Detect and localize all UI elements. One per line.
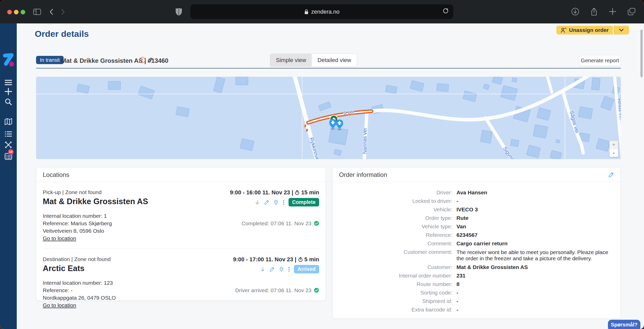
app-sidebar: 10 MO [0,23,17,329]
address-bar[interactable]: zendera.no [190,4,453,19]
order-info-rows: Driver:Ava HansenLocked to driver:-Vehic… [333,182,621,313]
map[interactable]: RykkinnveienNannas veis veiSigyns veiSåg… [36,77,621,159]
map-building [480,130,492,143]
map-building [512,78,517,82]
minimize-window-button[interactable] [14,10,19,14]
status-badge: Arrived [294,265,319,273]
driver-arrived-timestamp: Driver arrived: 07:06 11. Nov 23 [235,287,311,294]
header-divider [36,68,621,68]
order-info-value: Van [456,224,614,229]
location-name: Mat & Drikke Grossisten AS [43,197,148,206]
search-icon[interactable] [4,98,12,106]
list-icon[interactable] [4,130,12,138]
add-icon[interactable] [4,88,12,96]
unassign-order-button[interactable]: Unassign order [556,26,629,34]
map-building [533,125,548,138]
person-minus-icon [561,27,567,33]
browser-chrome: zendera.no [0,0,644,23]
order-info-value: Ava Hansen [456,190,614,195]
map-building [556,140,560,143]
move-down-icon[interactable] [255,200,260,205]
more-options-icon[interactable] [283,200,285,205]
url-text: zendera.no [311,8,340,15]
view-toggle: Simple view Detailed view [270,54,357,67]
location-address: Veitvetveien 8, 0596 Oslo [43,227,319,235]
order-info-label: Driver: [339,190,452,195]
generate-report-button[interactable]: Generate report [579,55,621,66]
map-building [510,139,519,147]
orders-notification-badge: 10 [8,149,14,155]
internal-location-number: Internal location number: 123 [43,279,319,287]
location-kind: Destination | Zone not found [43,256,111,262]
map-building [437,83,449,92]
browser-window: zendera.no [0,0,644,329]
stopwatch-icon [295,190,300,195]
share-icon[interactable] [590,7,598,16]
order-info-label: Order type: [339,215,452,221]
map-building [236,77,248,85]
completed-timestamp: Completed: 07:06 11. Nov 23 [241,220,311,227]
location-entry-pickup: Pick-up | Zone not found Mat & Drikke Gr… [36,182,326,242]
map-building [108,81,121,90]
order-info-value: Mat & Drikke Grossisten AS [456,264,614,270]
move-down-icon[interactable] [260,266,266,272]
order-info-label: Comment: [339,241,452,246]
map-pin-icon[interactable] [273,200,279,205]
tab-simple-view[interactable]: Simple view [270,54,312,66]
locations-title: Locations [43,171,69,178]
forward-icon[interactable] [60,8,65,15]
close-window-button[interactable] [7,10,12,14]
map-zoom-out-button[interactable]: - [609,149,618,157]
more-options-icon[interactable] [288,266,290,272]
privacy-shield-icon[interactable] [175,7,182,16]
sidebar-toggle-icon[interactable] [33,8,41,15]
edit-order-icon[interactable] [147,57,154,63]
map-icon[interactable] [4,118,12,126]
edit-location-icon[interactable] [269,266,275,272]
map-pin-icon[interactable] [279,266,284,272]
reload-icon[interactable] [443,8,449,15]
page-scrollbar[interactable] [640,30,643,77]
menu-icon[interactable] [4,79,12,86]
planning-tools-icon[interactable] [4,141,12,149]
status-badge: Complete [289,198,319,206]
map-zoom-in-button[interactable]: + [609,141,618,149]
check-circle-icon [314,221,319,226]
unassign-order-label: Unassign order [569,27,609,33]
map-zoom-control: + - [609,141,618,157]
edit-order-info-icon[interactable] [608,172,614,178]
order-information-card: Order information Driver:Ava HansenLocke… [332,167,621,319]
order-info-value: The receiver wont be able to meet you pe… [456,249,614,262]
order-info-value: 6234567 [456,232,614,238]
edit-location-icon[interactable] [264,200,269,205]
order-information-title: Order information [339,171,387,178]
unassign-dropdown-button[interactable] [614,26,629,34]
downloads-icon[interactable] [571,7,580,16]
location-name: Arctic Eats [43,264,111,273]
order-info-label: Sorting code: [339,290,452,296]
go-to-location-link[interactable]: Go to location [43,301,76,309]
order-info-value: - [456,298,614,304]
order-info-label: Shipment id: [339,298,452,304]
order-info-label: Internal order number: [339,273,452,279]
back-icon[interactable] [49,8,54,15]
service-duration: 5 min [304,256,319,263]
help-icon[interactable]: ? [139,57,145,63]
zoom-window-button[interactable] [21,10,25,14]
go-to-location-link[interactable]: Go to location [43,235,76,242]
order-info-label: Route number: [339,281,452,287]
lock-icon [304,9,309,15]
order-info-value: Rute [456,215,614,221]
order-info-value: 231 [456,273,614,279]
tab-overview-icon[interactable] [627,7,636,16]
tab-detailed-view[interactable]: Detailed view [312,54,357,66]
time-window: 9:00 - 17:00 11. Nov 23 | [233,256,296,263]
zendera-logo[interactable] [2,53,15,67]
time-window: 9:00 - 16:00 11. Nov 23 | [230,189,293,196]
internal-location-number: Internal location number: 1 [43,212,319,220]
locations-card: Locations Pick-up | Zone not found Mat &… [36,167,326,301]
new-tab-icon[interactable] [608,7,617,16]
page-title: Order details [35,29,89,39]
chat-questions-button[interactable]: Spørsmål? [608,320,640,329]
order-info-value: - [456,198,614,204]
